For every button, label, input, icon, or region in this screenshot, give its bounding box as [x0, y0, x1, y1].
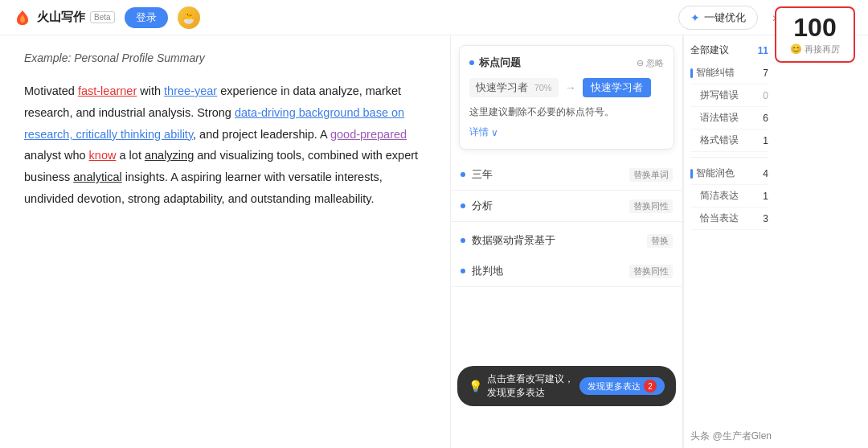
rs-all-count: 11: [758, 45, 768, 56]
text-good-prepared[interactable]: good-prepared: [330, 128, 407, 141]
text-know[interactable]: know: [89, 149, 117, 162]
rs-label-polish: 智能润色: [696, 166, 735, 180]
text-fast-learner[interactable]: fast-learner: [78, 84, 137, 97]
text-three-year[interactable]: three-year: [164, 84, 217, 97]
item-label-3: 批判地: [472, 264, 626, 278]
doc-title: Example: Personal Profile Summary: [24, 51, 426, 64]
main-area: Example: Personal Profile Summary Motiva…: [0, 35, 868, 448]
suggestion-item-3[interactable]: 批判地 替换同性: [451, 256, 682, 287]
item-badge-3: 替换同性: [629, 265, 673, 278]
rs-item-format[interactable]: 格式错误 1: [690, 129, 768, 152]
rs-item-polish[interactable]: 智能润色 4: [690, 162, 768, 185]
rs-item-concise[interactable]: 简洁表达 1: [690, 185, 768, 208]
item-label-2: 数据驱动背景基于: [472, 233, 644, 248]
card-title: 标点问题: [479, 55, 521, 70]
logo-text: 火山写作: [37, 10, 85, 25]
score-label: 😊 再接再厉: [790, 43, 840, 55]
item-dot-2: [461, 238, 465, 243]
score-emoji: 😊: [790, 43, 802, 55]
card-header: 标点问题 ⊖ 忽略: [469, 55, 664, 70]
item-dot-1: [461, 203, 465, 208]
card-dot: [469, 60, 474, 65]
rs-bar-correction: [690, 68, 693, 78]
suggestion-item-1[interactable]: 分析 替换同性: [451, 191, 682, 222]
text-alot: a lot: [116, 149, 144, 162]
rs-item-grammar[interactable]: 语法错误 6: [690, 107, 768, 129]
text-analytical[interactable]: analytical: [73, 171, 121, 183]
word-comparison: 快速学习者 70% → 快速学习者: [469, 78, 664, 97]
tooltip-banner: 💡 点击查看改写建议，发现更多表达 发现更多表达 2: [457, 366, 676, 406]
rs-item-correction[interactable]: 智能纠错 7: [690, 62, 768, 84]
arrow-icon: →: [565, 81, 576, 94]
bulb-icon: 💡: [469, 380, 482, 393]
top-nav: 火山写作 Beta 登录 🐣 ✦ 一键优化 › › 全部建议 11: [0, 0, 868, 35]
rs-item-appropriate[interactable]: 恰当表达 3: [690, 208, 768, 230]
text-and: , and project leadership. A: [193, 128, 330, 141]
card-ignore-button[interactable]: ⊖ 忽略: [637, 57, 664, 69]
rs-label-correction: 智能纠错: [696, 66, 735, 80]
rs-count-grammar: 6: [763, 113, 768, 124]
rs-count-correction: 7: [763, 68, 768, 79]
card-title-row: 标点问题: [469, 55, 521, 70]
word-original: 快速学习者 70%: [469, 78, 559, 97]
tooltip-badge: 2: [644, 380, 657, 393]
rs-count-polish: 4: [763, 168, 768, 179]
rs-all-section: 全部建议 11: [690, 43, 768, 57]
text-with: with: [137, 84, 164, 97]
item-badge-0: 替换单词: [629, 168, 673, 182]
score-box: 100 😊 再接再厉: [775, 6, 855, 63]
rs-item-spelling[interactable]: 拼写错误 0: [690, 84, 768, 107]
discover-more-button[interactable]: 发现更多表达 2: [579, 377, 665, 395]
editor-panel: Example: Personal Profile Summary Motiva…: [0, 35, 450, 448]
item-dot-0: [461, 172, 465, 177]
item-label-0: 三年: [472, 167, 626, 182]
rs-count-format: 1: [763, 135, 768, 146]
optimize-label: 一键优化: [704, 10, 746, 25]
avatar-button[interactable]: 🐣: [178, 6, 200, 29]
rs-divider: [690, 157, 768, 158]
item-badge-2: 替换: [647, 234, 673, 248]
tooltip-text: 点击查看改写建议，发现更多表达: [487, 372, 575, 400]
suggestion-item-2[interactable]: 数据驱动背景基于 替换: [451, 225, 682, 256]
card-description: 这里建议删除不必要的标点符号。: [469, 105, 664, 119]
suggestion-card: 标点问题 ⊖ 忽略 快速学习者 70% → 快速学习者 这里建议删除不必要的标点…: [459, 45, 674, 150]
score-number: 100: [793, 14, 836, 40]
rs-count-concise: 1: [763, 191, 768, 202]
logo-icon: [13, 8, 32, 27]
rs-label-format: 格式错误: [690, 134, 739, 147]
right-sidebar: 全部建议 11 智能纠错 7 拼写错误 0 语法错误 6 格式错误 1 智能润: [683, 35, 775, 448]
logo-area: 火山写作 Beta: [13, 8, 115, 27]
doc-body: Motivated fast-learner with three-year e…: [24, 80, 426, 210]
word-badge: 70%: [534, 83, 552, 92]
rs-count-appropriate: 3: [763, 213, 768, 224]
chevron-down-icon: ∨: [491, 127, 498, 138]
beta-badge: Beta: [90, 11, 115, 23]
rs-label-grammar: 语法错误: [690, 111, 739, 125]
ignore-icon: ⊖: [637, 58, 644, 68]
suggestion-item-0[interactable]: 三年 替换单词: [451, 159, 682, 191]
suggestions-panel: 标点问题 ⊖ 忽略 快速学习者 70% → 快速学习者 这里建议删除不必要的标点…: [450, 35, 683, 448]
rs-label-concise: 简洁表达: [690, 189, 739, 203]
text-motivated: Motivated: [24, 84, 78, 97]
item-dot-3: [461, 269, 465, 273]
star-icon: ✦: [690, 11, 700, 24]
text-analyzing[interactable]: analyzing: [145, 149, 194, 162]
word-suggested[interactable]: 快速学习者: [583, 78, 651, 97]
card-detail-button[interactable]: 详情 ∨: [469, 125, 664, 139]
rs-label-appropriate: 恰当表达: [690, 212, 739, 225]
rs-bar-polish: [690, 169, 693, 179]
watermark: 头条 @生产者Glen: [690, 430, 772, 443]
item-badge-1: 替换同性: [629, 199, 673, 213]
rs-label-spelling: 拼写错误: [690, 88, 739, 102]
item-label-1: 分析: [472, 199, 626, 213]
rs-count-spelling: 0: [763, 90, 768, 101]
login-button[interactable]: 登录: [125, 7, 168, 28]
optimize-button[interactable]: ✦ 一键优化: [678, 6, 758, 30]
text-analyst: analyst who: [24, 149, 89, 162]
